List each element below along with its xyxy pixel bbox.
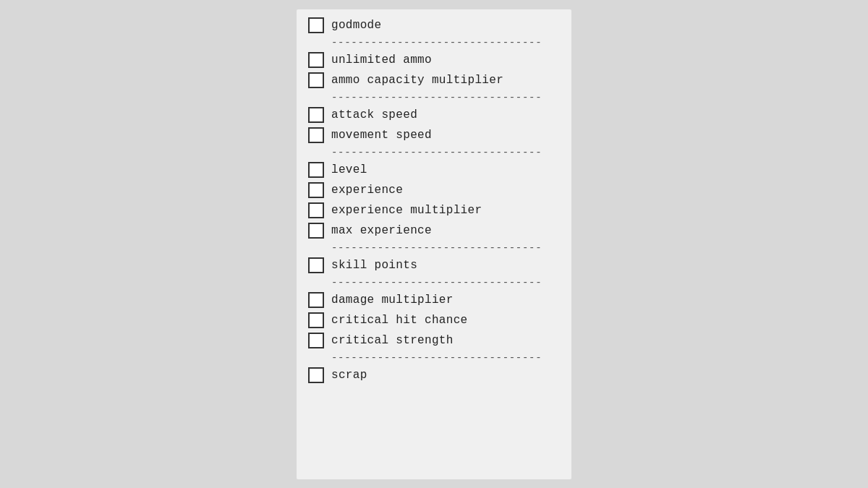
cheat-item-scrap: scrap bbox=[308, 365, 560, 385]
separator-line: -------------------------------- bbox=[308, 37, 542, 48]
label-attack-speed: attack speed bbox=[331, 108, 417, 121]
checkbox-max-experience[interactable] bbox=[308, 223, 324, 239]
cheat-item-damage-multiplier: damage multiplier bbox=[308, 290, 560, 310]
label-critical-hit-chance: critical hit chance bbox=[331, 314, 468, 327]
cheat-item-experience-multiplier: experience multiplier bbox=[308, 200, 560, 221]
separator-line: -------------------------------- bbox=[308, 92, 542, 103]
checkbox-critical-hit-chance[interactable] bbox=[308, 312, 324, 328]
cheat-item-godmode: godmode bbox=[308, 15, 560, 35]
cheat-item-critical-strength: critical strength bbox=[308, 330, 560, 351]
separator-row: -------------------------------- bbox=[308, 351, 560, 365]
label-experience: experience bbox=[331, 184, 403, 197]
label-unlimited-ammo: unlimited ammo bbox=[331, 53, 432, 67]
checkbox-scrap[interactable] bbox=[308, 367, 324, 383]
separator-line: -------------------------------- bbox=[308, 242, 542, 254]
separator-row: -------------------------------- bbox=[308, 90, 560, 105]
checkbox-ammo-capacity-multiplier[interactable] bbox=[308, 72, 324, 88]
label-experience-multiplier: experience multiplier bbox=[331, 204, 482, 217]
label-max-experience: max experience bbox=[331, 224, 432, 237]
checkbox-level[interactable] bbox=[308, 162, 324, 178]
cheat-item-skill-points: skill points bbox=[308, 255, 560, 275]
separator-row: -------------------------------- bbox=[308, 145, 560, 160]
separator-line: -------------------------------- bbox=[308, 352, 542, 364]
cheat-item-level: level bbox=[308, 160, 560, 180]
checkbox-critical-strength[interactable] bbox=[308, 333, 324, 348]
checkbox-experience[interactable] bbox=[308, 182, 324, 198]
cheat-item-attack-speed: attack speed bbox=[308, 105, 560, 125]
separator-line: -------------------------------- bbox=[308, 147, 542, 158]
label-movement-speed: movement speed bbox=[331, 129, 432, 142]
cheat-item-unlimited-ammo: unlimited ammo bbox=[308, 50, 560, 70]
separator-row: -------------------------------- bbox=[308, 275, 560, 290]
separator-row: -------------------------------- bbox=[308, 241, 560, 255]
checkbox-damage-multiplier[interactable] bbox=[308, 292, 324, 308]
cheat-item-ammo-capacity-multiplier: ammo capacity multiplier bbox=[308, 70, 560, 90]
label-level: level bbox=[331, 163, 367, 176]
label-ammo-capacity-multiplier: ammo capacity multiplier bbox=[331, 74, 503, 87]
checkbox-attack-speed[interactable] bbox=[308, 107, 324, 123]
checkbox-unlimited-ammo[interactable] bbox=[308, 52, 324, 68]
label-critical-strength: critical strength bbox=[331, 334, 454, 347]
cheat-item-critical-hit-chance: critical hit chance bbox=[308, 310, 560, 330]
cheat-list: godmode--------------------------------u… bbox=[308, 15, 560, 385]
separator-row: -------------------------------- bbox=[308, 35, 560, 50]
label-skill-points: skill points bbox=[331, 259, 417, 272]
checkbox-experience-multiplier[interactable] bbox=[308, 202, 324, 218]
separator-line: -------------------------------- bbox=[308, 277, 542, 288]
checkbox-skill-points[interactable] bbox=[308, 257, 324, 273]
cheat-item-max-experience: max experience bbox=[308, 221, 560, 241]
label-damage-multiplier: damage multiplier bbox=[331, 294, 454, 307]
cheat-panel: godmode--------------------------------u… bbox=[297, 9, 571, 479]
label-godmode: godmode bbox=[331, 19, 381, 32]
checkbox-godmode[interactable] bbox=[308, 17, 324, 33]
checkbox-movement-speed[interactable] bbox=[308, 127, 324, 143]
cheat-item-movement-speed: movement speed bbox=[308, 125, 560, 145]
label-scrap: scrap bbox=[331, 369, 367, 382]
cheat-item-experience: experience bbox=[308, 180, 560, 200]
